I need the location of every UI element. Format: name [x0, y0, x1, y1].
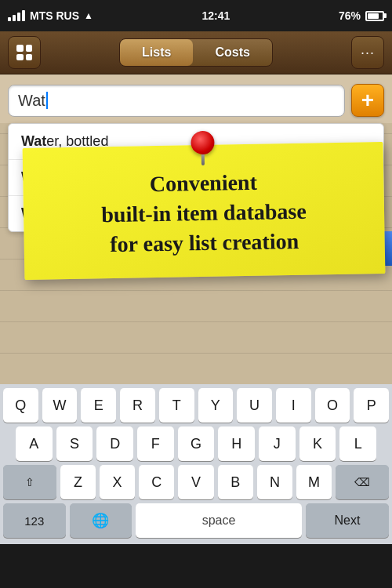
- key-M[interactable]: M: [296, 465, 332, 499]
- key-E[interactable]: E: [81, 388, 116, 423]
- search-input[interactable]: Wat: [8, 85, 345, 117]
- main-content: Wat + Water, bottled Water, gallon Water…: [0, 74, 392, 384]
- search-value: Wat: [18, 92, 45, 110]
- carrier-label: MTS RUS: [30, 9, 79, 22]
- space-key[interactable]: space: [136, 503, 302, 538]
- key-D[interactable]: D: [96, 426, 133, 461]
- status-bar: MTS RUS ▲ 12:41 76%: [0, 0, 392, 31]
- key-V[interactable]: V: [178, 465, 213, 499]
- key-G[interactable]: G: [178, 426, 215, 461]
- key-C[interactable]: C: [139, 465, 174, 499]
- shift-key[interactable]: ⇧: [3, 465, 56, 499]
- key-X[interactable]: X: [100, 465, 135, 499]
- grid-menu-button[interactable]: [8, 36, 41, 69]
- keyboard-bottom-row: 123 🌐 space Next: [0, 499, 392, 544]
- wifi-icon: ▲: [84, 10, 93, 21]
- globe-key[interactable]: 🌐: [70, 503, 132, 538]
- sticky-note: Convenient built-in item database for ea…: [23, 142, 386, 280]
- add-button[interactable]: +: [351, 84, 384, 117]
- key-K[interactable]: K: [299, 426, 336, 461]
- key-S[interactable]: S: [56, 426, 93, 461]
- keyboard: Q W E R T Y U I O P A S D F G H J K L ⇧ …: [0, 384, 392, 544]
- key-N[interactable]: N: [257, 465, 292, 499]
- battery-percent: 76%: [339, 9, 361, 22]
- key-B[interactable]: B: [218, 465, 253, 499]
- tab-costs[interactable]: Costs: [193, 39, 271, 66]
- keyboard-row-1: Q W E R T Y U I O P: [0, 384, 392, 423]
- key-Q[interactable]: Q: [3, 388, 38, 423]
- key-Y[interactable]: Y: [198, 388, 234, 423]
- search-area: Wat +: [0, 74, 392, 123]
- key-Z[interactable]: Z: [60, 465, 96, 499]
- key-W[interactable]: W: [42, 388, 78, 423]
- status-right: 76%: [339, 9, 384, 22]
- signal-bars: [8, 10, 25, 21]
- key-O[interactable]: O: [315, 388, 350, 423]
- key-T[interactable]: T: [159, 388, 194, 423]
- numbers-key[interactable]: 123: [3, 503, 66, 538]
- nav-tabs: Lists Costs: [119, 38, 273, 67]
- time-label: 12:41: [202, 9, 230, 22]
- pushpin: [191, 131, 215, 163]
- text-cursor: [46, 92, 48, 109]
- battery-icon: [365, 11, 384, 21]
- more-button[interactable]: ···: [351, 36, 384, 69]
- nav-bar: Lists Costs ···: [0, 31, 392, 74]
- keyboard-row-3: ⇧ Z X C V B N M ⌫: [0, 461, 392, 499]
- delete-key[interactable]: ⌫: [336, 465, 389, 499]
- key-F[interactable]: F: [137, 426, 174, 461]
- tab-lists[interactable]: Lists: [120, 39, 193, 66]
- key-J[interactable]: J: [259, 426, 296, 461]
- sticky-note-text: Convenient built-in item database for ea…: [42, 165, 365, 260]
- key-H[interactable]: H: [218, 426, 255, 461]
- key-L[interactable]: L: [339, 426, 376, 461]
- key-U[interactable]: U: [237, 388, 272, 423]
- status-left: MTS RUS ▲: [8, 9, 93, 22]
- key-I[interactable]: I: [276, 388, 311, 423]
- key-A[interactable]: A: [16, 426, 53, 461]
- key-P[interactable]: P: [354, 388, 389, 423]
- keyboard-row-2: A S D F G H J K L: [0, 423, 392, 461]
- key-R[interactable]: R: [120, 388, 155, 423]
- next-key[interactable]: Next: [306, 503, 389, 538]
- grid-icon: [16, 45, 32, 60]
